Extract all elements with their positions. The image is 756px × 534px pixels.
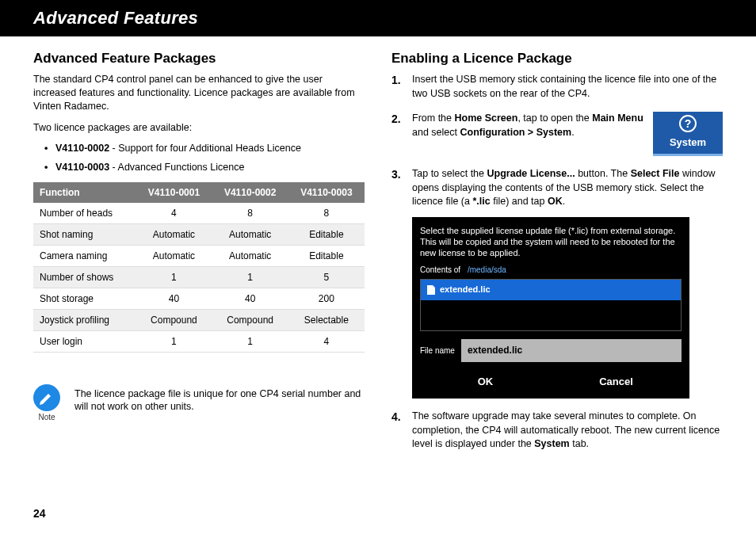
note-box: Note The licence package file is unique …	[33, 384, 365, 421]
th-v3: V4110-0003	[288, 182, 365, 203]
th-v1: V4110-0001	[136, 182, 212, 203]
select-file-dialog: Select the supplied license update file …	[412, 217, 689, 399]
dialog-file-list[interactable]: extended.lic	[420, 279, 682, 331]
page-banner: Advanced Features	[0, 0, 756, 36]
filename-label: File name	[420, 345, 455, 357]
feature-table: Function V4110-0001 V4110-0002 V4110-000…	[33, 182, 365, 353]
bullet-1-code: V4110-0002	[55, 143, 109, 154]
note-text: The licence package file is unique for o…	[74, 384, 365, 414]
th-v2: V4110-0002	[212, 182, 288, 203]
contents-of-label: Contents of	[420, 265, 460, 274]
dialog-instruction: Select the supplied license update file …	[420, 225, 682, 259]
table-row: Shot storage4040200	[33, 288, 365, 309]
dialog-ok-button[interactable]: OK	[420, 370, 551, 394]
table-row: Shot namingAutomaticAutomaticEditable	[33, 223, 365, 245]
filename-input[interactable]: extended.lic	[461, 339, 682, 362]
table-row: Number of heads488	[33, 203, 365, 224]
left-heading: Advanced Feature Packages	[33, 51, 365, 67]
bullet-2-rest: - Advanced Functions Licence	[109, 162, 244, 173]
bullet-1: V4110-0002 - Support for four Additional…	[44, 143, 365, 154]
bullet-2: V4110-0003 - Advanced Functions Licence	[44, 162, 365, 173]
step-3: Tap to select the Upgrade License... but…	[391, 167, 723, 399]
question-mark-icon: ?	[679, 115, 697, 132]
left-column: Advanced Feature Packages The standard C…	[33, 51, 365, 463]
file-list-item-label: extended.lic	[440, 284, 491, 296]
file-list-item[interactable]: extended.lic	[421, 280, 681, 299]
table-row: Number of shows115	[33, 266, 365, 288]
intro-text: The standard CP4 control panel can be en…	[33, 73, 365, 113]
th-function: Function	[33, 182, 136, 203]
step-2: From the Home Screen, tap to open the Ma…	[391, 112, 723, 156]
note-pencil-icon	[33, 384, 60, 411]
table-row: Joystick profilingCompoundCompoundSelect…	[33, 309, 365, 330]
available-text: Two licence packages are available:	[33, 121, 365, 135]
right-column: Enabling a Licence Package Insert the US…	[391, 51, 723, 463]
note-label: Note	[33, 413, 60, 421]
bullet-2-code: V4110-0003	[55, 162, 109, 173]
step-1: Insert the USB memory stick containing t…	[391, 73, 723, 101]
dialog-path: /media/sda	[468, 265, 506, 274]
dialog-cancel-button[interactable]: Cancel	[551, 370, 682, 394]
step-4: The software upgrade may take several mi…	[391, 410, 723, 452]
file-icon	[427, 285, 435, 295]
system-tile-button[interactable]: ? System	[653, 112, 723, 156]
table-row: User login114	[33, 330, 365, 352]
bullet-1-rest: - Support for four Additional Heads Lice…	[109, 143, 301, 154]
right-heading: Enabling a Licence Package	[391, 51, 723, 67]
system-tile-label: System	[670, 135, 706, 150]
table-row: Camera namingAutomaticAutomaticEditable	[33, 245, 365, 266]
page-number: 24	[33, 507, 46, 520]
